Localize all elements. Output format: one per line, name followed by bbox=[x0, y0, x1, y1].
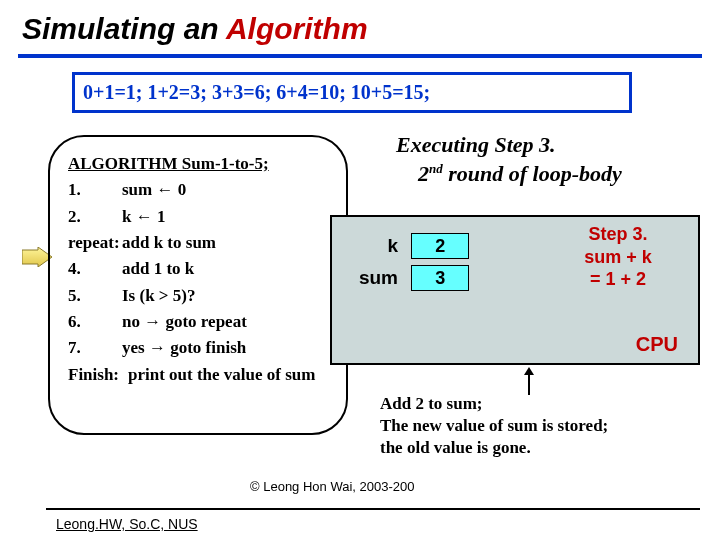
exec-line1: Executing Step 3. bbox=[396, 131, 696, 160]
algo-step-6: 6. no → goto repeat bbox=[68, 309, 332, 335]
annotation-note: Add 2 to sum; The new value of sum is st… bbox=[380, 393, 700, 459]
slide-title: Simulating an Algorithm bbox=[0, 0, 720, 52]
algo-step-2: 2.k ← 1 bbox=[68, 204, 332, 230]
sum-row: sum 3 bbox=[348, 265, 469, 291]
footer-rule bbox=[46, 508, 700, 510]
algo-step-4: 4.add 1 to k bbox=[68, 256, 332, 282]
step-note-l3: = 1 + 2 bbox=[548, 268, 688, 291]
svg-marker-2 bbox=[524, 367, 534, 375]
step-note-l2: sum + k bbox=[548, 246, 688, 269]
equation-box: 0+1=1; 1+2=3; 3+3=6; 6+4=10; 10+5=15; bbox=[72, 72, 632, 113]
sum-label: sum bbox=[348, 267, 398, 289]
annotation-l1: Add 2 to sum; bbox=[380, 393, 700, 415]
algo-heading: ALGORITHM Sum-1-to-5; bbox=[68, 151, 332, 177]
equation-text: 0+1=1; 1+2=3; 3+3=6; 6+4=10; 10+5=15; bbox=[83, 81, 430, 103]
exec-line2: 2nd round of loop-body bbox=[418, 160, 696, 189]
step-note-l1: Step 3. bbox=[548, 223, 688, 246]
title-underline bbox=[18, 54, 702, 58]
algorithm-box: ALGORITHM Sum-1-to-5; 1.sum ← 0 2.k ← 1 … bbox=[48, 135, 348, 435]
title-plain: Simulating an bbox=[22, 12, 226, 45]
algo-step-5: 5.Is (k > 5)? bbox=[68, 283, 332, 309]
footer-author: Leong.HW, So.C, NUS bbox=[56, 516, 198, 532]
content-area: ALGORITHM Sum-1-to-5; 1.sum ← 0 2.k ← 1 … bbox=[0, 123, 720, 443]
algo-step-repeat: repeat:add k to sum bbox=[68, 230, 332, 256]
cpu-label: CPU bbox=[636, 333, 678, 356]
title-accent: Algorithm bbox=[226, 12, 368, 45]
execution-caption: Executing Step 3. 2nd round of loop-body bbox=[396, 131, 696, 188]
algo-step-1: 1.sum ← 0 bbox=[68, 177, 332, 203]
up-arrow-icon bbox=[522, 367, 536, 395]
annotation-l2: The new value of sum is stored; bbox=[380, 415, 700, 437]
step-note: Step 3. sum + k = 1 + 2 bbox=[548, 223, 688, 291]
k-row: k 2 bbox=[348, 233, 469, 259]
algo-step-7: 7. yes → goto finish bbox=[68, 335, 332, 361]
k-label: k bbox=[348, 235, 398, 257]
annotation-l3: the old value is gone. bbox=[380, 437, 700, 459]
footer-copyright: © Leong Hon Wai, 2003-200 bbox=[250, 479, 414, 494]
k-value-cell: 2 bbox=[411, 233, 469, 259]
algo-step-finish: Finish:print out the value of sum bbox=[68, 362, 332, 388]
sum-value-cell: 3 bbox=[411, 265, 469, 291]
